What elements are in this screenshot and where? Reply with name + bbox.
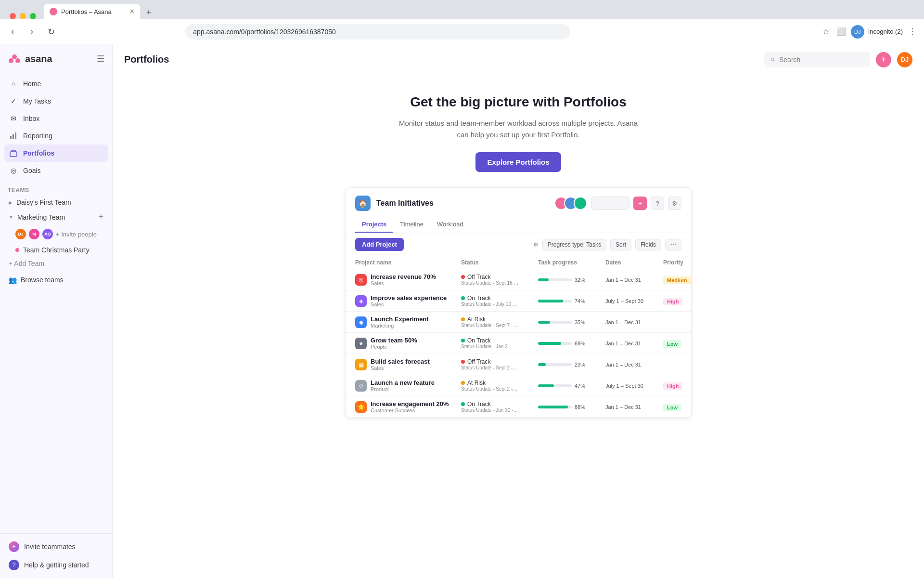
progress-bar-fill — [538, 321, 550, 324]
more-options-btn[interactable]: ⋯ — [665, 239, 681, 250]
table-row[interactable]: ⭐ Increase engagement 20% Customer Succe… — [346, 396, 691, 418]
sidebar-item-my-tasks[interactable]: ✓ My Tasks — [4, 92, 108, 110]
progress-controls: ⚙ Progress type: Tasks Sort Fields ⋯ — [533, 239, 681, 250]
search-box[interactable] — [764, 52, 870, 67]
table-row[interactable]: ★ Grow team 50% People On Track Status U… — [346, 333, 691, 354]
browser-window: Portfolios – Asana × + ‹ › ↻ app.asana.c… — [0, 0, 924, 578]
card-tabs: Projects Timeline Workload — [346, 217, 691, 233]
progress-type-btn[interactable]: Progress type: Tasks — [542, 239, 606, 250]
status-dot — [461, 360, 465, 364]
progress-cell: 88% — [538, 404, 605, 410]
progress-bar-fill — [538, 406, 568, 408]
svg-point-1 — [9, 58, 13, 63]
user-avatar-btn[interactable]: DJ — [897, 52, 912, 67]
table-row[interactable]: ◇ Launch a new feature Product At Risk S… — [346, 375, 691, 396]
table-row[interactable]: ◈ Improve sales experience Sales On Trac… — [346, 290, 691, 312]
invite-teammates-btn[interactable]: + Invite teammates — [4, 538, 108, 556]
profile-icon[interactable]: DJ — [851, 25, 864, 39]
invite-people-btn[interactable]: + Invite people — [56, 231, 97, 238]
daisys-first-team-label: Daisy's First Team — [16, 198, 71, 206]
card-search-field[interactable] — [591, 197, 629, 210]
tab-close-btn[interactable]: × — [130, 8, 134, 15]
page-title: Portfolios — [124, 54, 169, 65]
sort-btn[interactable]: Sort — [610, 239, 631, 250]
svg-point-0 — [12, 54, 17, 59]
top-bar-actions: + DJ — [764, 52, 912, 67]
maximize-window-btn[interactable] — [30, 13, 36, 19]
sidebar-item-goals-label: Goals — [23, 167, 41, 174]
sidebar-item-inbox[interactable]: ✉ Inbox — [4, 110, 108, 127]
project-icon: ◈ — [355, 295, 367, 307]
asana-logo[interactable]: asana — [8, 52, 52, 66]
table-row[interactable]: ▦ Build sales forecast Sales Off Track S… — [346, 354, 691, 375]
status-cell: On Track Status Update - Jun 30 - Wins i… — [461, 401, 538, 413]
svg-rect-6 — [10, 152, 17, 157]
dates-cell: Jan 1 – Dec 31 — [605, 277, 663, 283]
help-btn[interactable]: ? Help & getting started — [4, 556, 108, 574]
avatar-dj: DJ — [15, 229, 26, 239]
browse-teams-icon: 👥 — [9, 276, 17, 284]
project-name: Launch Experiment — [371, 315, 429, 323]
card-tab-timeline[interactable]: Timeline — [393, 217, 430, 233]
col-dates: Dates — [605, 259, 663, 266]
goals-icon: ◎ — [9, 166, 18, 175]
sidebar-item-goals[interactable]: ◎ Goals — [4, 162, 108, 179]
sidebar-item-inbox-label: Inbox — [23, 115, 39, 122]
sidebar-item-reporting[interactable]: Reporting — [4, 127, 108, 144]
hero-subtitle: Monitor status and team-member workload … — [398, 118, 639, 141]
team-members-row: DJ M AO + Invite people — [4, 226, 108, 242]
add-project-to-team-btn[interactable]: + — [98, 212, 103, 222]
forward-btn[interactable]: › — [25, 25, 38, 39]
table-row[interactable]: ◎ Increase revenue 70% Sales Off Track S… — [346, 269, 691, 290]
active-tab[interactable]: Portfolios – Asana × — [44, 4, 140, 19]
card-tab-workload[interactable]: Workload — [430, 217, 470, 233]
dates-cell: Jan 1 – Dec 31 — [605, 341, 663, 346]
back-btn[interactable]: ‹ — [6, 25, 19, 39]
project-name-cell: ⭐ Increase engagement 20% Customer Succe… — [355, 400, 461, 413]
add-project-btn[interactable]: Add Project — [355, 238, 404, 251]
card-tab-projects[interactable]: Projects — [355, 217, 393, 233]
add-team-label: + Add Team — [9, 260, 44, 267]
search-input[interactable] — [779, 56, 863, 64]
status-label: At Risk — [467, 316, 486, 323]
new-tab-btn[interactable]: + — [142, 6, 155, 19]
sidebar-item-portfolios[interactable]: Portfolios — [4, 144, 108, 162]
dates-cell: July 1 – Sept 30 — [605, 383, 663, 389]
add-row-btn[interactable]: + — [633, 197, 647, 210]
svg-rect-5 — [15, 132, 16, 139]
help-info-btn[interactable]: ? — [651, 197, 664, 210]
add-team-btn[interactable]: + Add Team — [4, 257, 108, 270]
url-input[interactable]: app.asana.com/0/portfolios/1203269616387… — [185, 24, 570, 39]
col-priority: Priority — [663, 259, 692, 266]
progress-bar-fill — [538, 300, 563, 302]
menu-icon[interactable]: ⋮ — [907, 26, 918, 38]
invite-teammates-icon: + — [9, 541, 19, 552]
close-window-btn[interactable] — [10, 13, 16, 19]
progress-bar-bg — [538, 363, 572, 366]
browse-teams-btn[interactable]: 👥 Browse teams — [4, 272, 108, 288]
sidebar-item-team-christmas-party[interactable]: Team Christmas Party — [4, 243, 108, 257]
table-row[interactable]: ◆ Launch Experiment Marketing At Risk St… — [346, 312, 691, 333]
explore-portfolios-btn[interactable]: Explore Portfolios — [475, 152, 561, 172]
svg-rect-3 — [10, 136, 12, 139]
fields-btn[interactable]: Fields — [635, 239, 661, 250]
status-cell: On Track Status Update - July 10 - in th… — [461, 295, 538, 307]
sidebar-item-daisys-first-team[interactable]: ▶ Daisy's First Team — [4, 196, 108, 209]
progress-cell: 23% — [538, 362, 605, 368]
project-name: Improve sales experience — [371, 294, 447, 302]
progress-cell: 47% — [538, 383, 605, 389]
project-icon: ◆ — [355, 316, 367, 328]
project-team: People — [371, 344, 417, 350]
sidebar-toggle-btn[interactable]: ☰ — [97, 53, 104, 64]
sidebar-item-home-label: Home — [23, 80, 41, 88]
avatar-m: M — [29, 229, 39, 239]
status-dot — [461, 339, 465, 342]
bookmark-icon[interactable]: ☆ — [820, 26, 832, 38]
minimize-window-btn[interactable] — [20, 13, 26, 19]
split-screen-icon[interactable]: ⬜ — [835, 26, 847, 38]
sidebar-item-marketing-team[interactable]: ▼ Marketing Team + — [4, 209, 108, 225]
add-btn[interactable]: + — [876, 52, 891, 67]
refresh-btn[interactable]: ↻ — [44, 25, 58, 39]
card-settings-btn[interactable]: ⚙ — [668, 197, 681, 210]
sidebar-item-home[interactable]: ⌂ Home — [4, 75, 108, 92]
